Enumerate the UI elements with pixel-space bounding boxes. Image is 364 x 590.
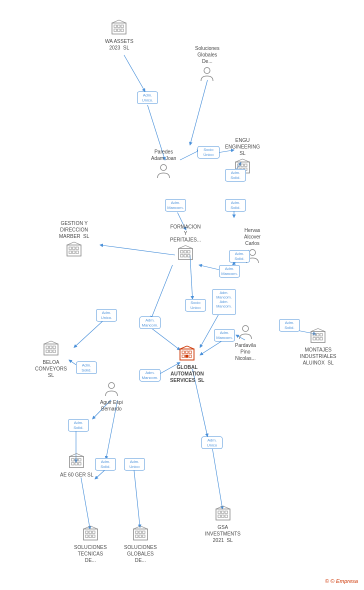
building-icon-marber	[65, 241, 83, 259]
building-icon-beloa	[42, 340, 60, 358]
adm-unico-gsa-badge: Adm.Unico	[202, 436, 222, 449]
svg-rect-81	[189, 351, 192, 354]
adm-solid-pardavila-badge: Adm.Solid.	[279, 319, 300, 332]
svg-line-66	[186, 246, 192, 248]
ae60-label: AE 60 GER SL	[60, 472, 94, 478]
svg-line-8	[100, 245, 175, 255]
socio-unico-formacion-badge: SocioUnico	[185, 299, 206, 312]
svg-rect-130	[225, 515, 228, 518]
building-icon-montajes	[309, 328, 327, 346]
svg-rect-103	[78, 462, 81, 465]
hervas-label: Hervas Alcover Carlos	[244, 227, 260, 246]
svg-point-67	[250, 250, 256, 256]
svg-line-104	[70, 454, 76, 456]
svg-rect-97	[70, 456, 84, 468]
svg-rect-51	[72, 247, 75, 250]
adm-solid-hervas1-badge: Adm.Solid.	[229, 250, 250, 262]
svg-rect-112	[92, 535, 95, 538]
svg-rect-108	[89, 531, 92, 534]
svg-rect-109	[92, 531, 95, 534]
soluciones-globales-bottom-label: SOLUCIONES GLOBALES DE...	[124, 544, 157, 564]
soluciones-tecnicas-label: SOLUCIONES TECNICAS DE...	[74, 544, 107, 564]
aguir-label: Aguir Espi Bernardo	[100, 399, 123, 412]
gestion-marber-node: GESTION Y DIRECCION MARBER SL	[59, 219, 90, 259]
copyright-symbol: ©	[325, 578, 329, 584]
svg-rect-121	[142, 535, 145, 538]
svg-line-122	[134, 526, 140, 529]
person-icon-soluciones	[200, 66, 214, 83]
svg-line-75	[44, 341, 51, 344]
svg-rect-58	[178, 248, 192, 260]
building-icon-sol-tec	[82, 525, 100, 543]
svg-rect-34	[118, 29, 120, 32]
svg-line-3	[180, 150, 200, 160]
wa-assets-label: WA ASSETS 2023 SL	[105, 38, 134, 51]
svg-rect-82	[182, 355, 184, 358]
svg-rect-74	[53, 350, 56, 352]
paredes-adam-node: Paredes Adam Joan	[151, 148, 176, 180]
global-automation-node: GLOBAL AUTOMATION SERVICES SL	[170, 345, 204, 384]
beloa-label: BELOA CONVEYORS SL	[35, 359, 67, 378]
building-icon-sol-glob	[132, 525, 150, 543]
svg-point-77	[242, 326, 248, 332]
adm-mancom-left3-badge: Adm.Mancom.	[140, 369, 160, 382]
svg-line-37	[119, 20, 126, 23]
svg-rect-63	[184, 254, 186, 257]
svg-rect-110	[86, 535, 88, 538]
svg-rect-87	[311, 332, 325, 342]
svg-rect-64	[188, 254, 190, 257]
svg-rect-59	[180, 250, 183, 253]
svg-rect-53	[69, 251, 72, 254]
engu-label-top: ENGU ENGINEERING SL	[225, 137, 260, 156]
svg-rect-100	[78, 458, 81, 461]
svg-rect-111	[89, 535, 92, 538]
svg-rect-106	[84, 529, 98, 540]
svg-rect-83	[186, 355, 188, 358]
svg-rect-68	[44, 344, 58, 355]
svg-rect-50	[69, 247, 72, 250]
svg-line-76	[51, 341, 58, 344]
svg-rect-61	[188, 250, 190, 253]
svg-rect-102	[75, 462, 78, 465]
svg-rect-73	[50, 350, 52, 352]
svg-line-36	[112, 20, 119, 23]
diagram-container: WA ASSETS 2023 SL Soluciones Globales De…	[0, 0, 364, 590]
svg-rect-30	[114, 25, 116, 28]
soluciones-globales-node: Soluciones Globales De...	[195, 44, 220, 83]
svg-rect-35	[121, 29, 124, 32]
svg-line-131	[216, 506, 223, 509]
svg-line-23	[134, 470, 140, 528]
svg-line-114	[90, 526, 98, 529]
adm-mancom-double-badge: Adm.Mancom.Adm.Mancom.	[212, 289, 236, 315]
adm-mancom-pardavila-badge: Adm.Mancom.	[214, 329, 235, 342]
formacion-node: FORMACION Y PERITAJES...	[170, 222, 201, 262]
adm-unico-ae60-badge: Adm.Unico	[124, 458, 145, 470]
svg-line-15	[74, 319, 105, 348]
adm-mancom-hervas-badge: Adm.Mancom.	[219, 265, 240, 278]
svg-rect-91	[313, 338, 316, 340]
svg-line-113	[84, 526, 90, 529]
svg-rect-41	[238, 164, 240, 166]
svg-line-48	[242, 159, 250, 162]
svg-rect-124	[216, 509, 230, 520]
svg-rect-79	[182, 351, 184, 354]
watermark: © © Empresa	[325, 578, 358, 584]
pardavila-node: Pardavila Pino Nicolas...	[235, 324, 256, 362]
pardavila-label: Pardavila Pino Nicolas...	[235, 342, 256, 362]
svg-line-2	[190, 80, 208, 145]
arrows-layer	[0, 0, 364, 590]
svg-line-95	[318, 328, 325, 332]
adm-solid-beloa-badge: Adm.Solid.	[76, 362, 97, 374]
svg-line-56	[67, 242, 74, 245]
svg-rect-60	[184, 250, 186, 253]
svg-rect-89	[316, 334, 319, 336]
paredes-adam-label: Paredes Adam Joan	[151, 148, 176, 162]
svg-line-65	[178, 246, 186, 248]
montajes-node: MONTAJES INDUSTRIALES ALUINOX SL	[300, 328, 336, 366]
svg-line-123	[140, 526, 148, 529]
svg-rect-42	[241, 164, 244, 166]
svg-line-132	[223, 506, 230, 509]
svg-line-94	[311, 328, 318, 332]
svg-rect-128	[218, 515, 220, 518]
adm-mancom-paredes-badge: Adm.Mancom.	[165, 199, 186, 212]
